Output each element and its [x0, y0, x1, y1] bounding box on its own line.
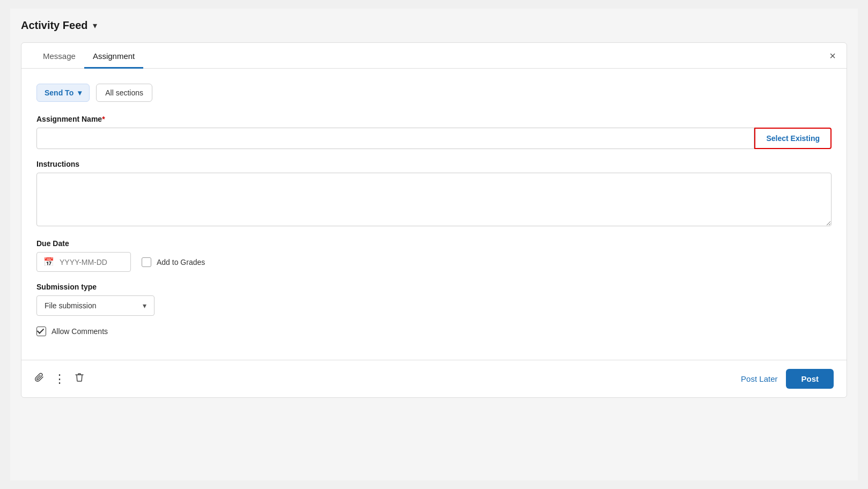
- close-button[interactable]: ×: [829, 50, 836, 61]
- send-to-chevron-icon: ▾: [78, 88, 82, 97]
- select-existing-button[interactable]: Select Existing: [754, 128, 832, 149]
- due-date-section: Due Date 📅 Add to Grades: [36, 239, 832, 272]
- post-button[interactable]: Post: [786, 369, 834, 389]
- assignment-name-row: Select Existing: [36, 128, 832, 149]
- allow-comments-row: Allow Comments: [36, 327, 832, 336]
- due-date-label: Due Date: [36, 239, 832, 248]
- activity-feed-header: Activity Feed ▾: [21, 19, 847, 32]
- send-to-button[interactable]: Send To ▾: [36, 84, 90, 102]
- tab-message[interactable]: Message: [34, 43, 84, 69]
- submission-type-label: Submission type: [36, 283, 832, 291]
- instructions-label: Instructions: [36, 160, 832, 168]
- submission-type-select[interactable]: File submission ▾: [36, 295, 155, 316]
- card-body: Send To ▾ All sections Assignment Name* …: [21, 69, 847, 360]
- submission-type-chevron-icon: ▾: [143, 301, 146, 310]
- date-input[interactable]: [60, 258, 124, 266]
- allow-comments-checkbox[interactable]: [36, 327, 46, 336]
- card-footer: ⋮ Post Later Post: [21, 360, 847, 397]
- add-grades-row: Add to Grades: [142, 257, 205, 267]
- footer-left: ⋮: [34, 372, 85, 386]
- all-sections-button[interactable]: All sections: [96, 84, 152, 102]
- page-wrapper: Activity Feed ▾ Message Assignment × Sen…: [10, 9, 858, 480]
- assignment-name-input[interactable]: [36, 128, 754, 149]
- activity-feed-title: Activity Feed: [21, 19, 87, 32]
- submission-type-value: File submission: [45, 301, 96, 310]
- delete-icon[interactable]: [74, 372, 85, 386]
- chevron-down-icon[interactable]: ▾: [93, 20, 97, 31]
- assignment-name-section: Assignment Name* Select Existing: [36, 115, 832, 149]
- date-input-wrapper: 📅: [36, 252, 131, 272]
- send-to-row: Send To ▾ All sections: [36, 84, 832, 102]
- submission-type-section: Submission type File submission ▾: [36, 283, 832, 316]
- allow-comments-label: Allow Comments: [52, 327, 108, 336]
- add-to-grades-checkbox[interactable]: [142, 257, 151, 267]
- attachment-icon[interactable]: [34, 372, 45, 386]
- add-to-grades-label: Add to Grades: [157, 258, 205, 266]
- instructions-textarea[interactable]: [36, 173, 832, 226]
- main-card: Message Assignment × Send To ▾ All secti…: [21, 42, 847, 398]
- required-marker: *: [102, 115, 105, 123]
- post-later-button[interactable]: Post Later: [741, 374, 777, 383]
- more-options-icon[interactable]: ⋮: [54, 372, 65, 386]
- assignment-name-label: Assignment Name*: [36, 115, 832, 123]
- send-to-label: Send To: [45, 88, 73, 97]
- instructions-section: Instructions: [36, 160, 832, 228]
- due-date-row: 📅 Add to Grades: [36, 252, 832, 272]
- calendar-icon: 📅: [43, 257, 54, 267]
- card-tabs: Message Assignment ×: [21, 43, 847, 69]
- footer-right: Post Later Post: [741, 369, 834, 389]
- tab-assignment[interactable]: Assignment: [84, 43, 143, 69]
